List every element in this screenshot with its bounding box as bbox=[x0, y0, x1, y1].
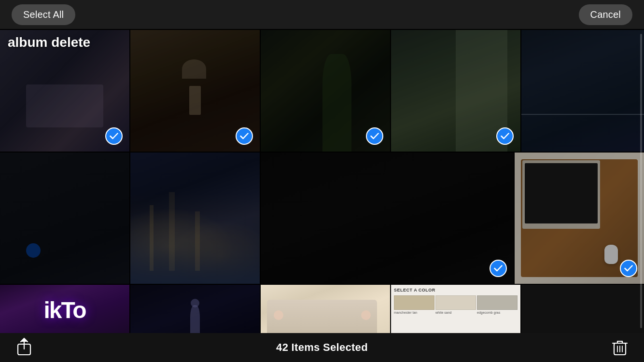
photo-cell[interactable] bbox=[130, 30, 260, 152]
photo-cell[interactable] bbox=[130, 153, 260, 284]
photo-cell[interactable] bbox=[261, 285, 390, 333]
photo-cell[interactable] bbox=[261, 153, 514, 284]
top-bar: Select All Cancel bbox=[0, 0, 644, 29]
photo-cell-partial bbox=[521, 285, 644, 333]
check-icon bbox=[236, 127, 253, 145]
select-all-button[interactable]: Select All bbox=[12, 4, 75, 25]
photo-cell[interactable] bbox=[521, 30, 644, 152]
check-icon bbox=[105, 127, 123, 145]
photo-cell[interactable] bbox=[130, 285, 260, 333]
share-button[interactable] bbox=[15, 337, 33, 358]
photo-cell[interactable] bbox=[261, 30, 390, 152]
scrollbar bbox=[640, 34, 642, 328]
photo-cell[interactable] bbox=[391, 30, 520, 152]
selected-count: 42 Items Selected bbox=[276, 341, 368, 354]
delete-button[interactable] bbox=[611, 337, 629, 358]
photo-cell[interactable]: ikTo bbox=[0, 285, 129, 333]
album-label: album delete bbox=[8, 35, 90, 50]
swatch-title: SELECT A COLOR bbox=[394, 288, 518, 292]
bottom-bar: 42 Items Selected bbox=[0, 333, 644, 362]
photo-cell[interactable]: SELECT A COLOR manchester tan white sand… bbox=[391, 285, 520, 333]
mouse-shape bbox=[604, 245, 618, 264]
check-icon bbox=[366, 127, 383, 145]
grid-area: album delete bbox=[0, 29, 644, 333]
photo-cell[interactable] bbox=[0, 153, 129, 284]
check-icon bbox=[490, 260, 507, 277]
check-icon bbox=[496, 127, 514, 145]
cancel-button[interactable]: Cancel bbox=[579, 4, 632, 25]
swatch-row: manchester tan white sand edgecomb gras bbox=[394, 295, 518, 314]
check-icon bbox=[620, 260, 637, 277]
photo-cell[interactable] bbox=[515, 153, 644, 284]
